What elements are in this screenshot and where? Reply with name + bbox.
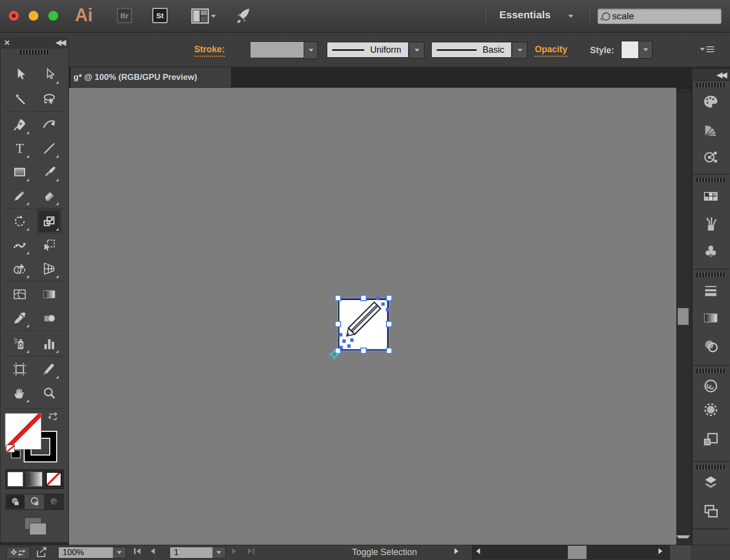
gradient-panel-button[interactable]	[697, 307, 725, 329]
sync-settings-button[interactable]	[6, 547, 30, 559]
artboard-number-field[interactable]: 1	[170, 547, 213, 559]
draw-behind-button[interactable]	[25, 494, 44, 509]
control-panel-menu-button[interactable]	[700, 46, 714, 52]
width-tool-button[interactable]	[8, 234, 31, 256]
layers-panel-button[interactable]	[697, 471, 725, 494]
workspace-switcher-arrow[interactable]	[568, 15, 573, 18]
panel-gripper[interactable]	[20, 50, 49, 55]
draw-inside-button[interactable]	[44, 494, 63, 509]
search-input[interactable]	[610, 11, 730, 22]
change-screen-mode-button[interactable]	[22, 516, 47, 539]
expand-panels-icon[interactable]: ◀◀	[717, 70, 726, 79]
share-export-button[interactable]	[35, 546, 49, 560]
stock-button[interactable]: St	[152, 8, 168, 23]
stroke-weight-dropdown[interactable]	[304, 41, 318, 59]
scroll-right-arrow[interactable]	[659, 548, 662, 554]
color-panel-button[interactable]	[697, 91, 725, 113]
brush-definition-select[interactable]: Basic	[431, 42, 512, 58]
rotate-tool-button[interactable]	[8, 210, 31, 233]
dock-gripper[interactable]	[696, 465, 725, 469]
vertical-scrollbar-thumb[interactable]	[678, 308, 689, 325]
perspective-grid-tool-button[interactable]	[38, 257, 61, 280]
status-bar-menu-button[interactable]	[454, 548, 458, 554]
graphic-style-swatch[interactable]	[621, 41, 639, 59]
draw-normal-button[interactable]	[6, 494, 25, 509]
color-themes-panel-button[interactable]	[697, 146, 725, 169]
arrange-documents-button[interactable]	[191, 8, 209, 26]
scale-tool-button[interactable]	[37, 210, 61, 233]
color-guide-panel-button[interactable]	[697, 118, 725, 141]
slice-tool-button[interactable]	[38, 358, 61, 381]
fill-indicator-swatch[interactable]	[5, 413, 41, 450]
bridge-button[interactable]: Br	[117, 8, 132, 23]
eyedropper-tool-button[interactable]	[8, 307, 31, 329]
artboard-number-dropdown[interactable]	[212, 547, 226, 559]
lasso-tool-button[interactable]	[38, 88, 61, 110]
swap-fill-stroke-button[interactable]	[46, 410, 59, 424]
next-artboard-button[interactable]	[232, 548, 236, 554]
width-profile-dropdown[interactable]	[410, 42, 424, 59]
last-artboard-button[interactable]	[248, 548, 254, 554]
zoom-level-dropdown[interactable]	[113, 547, 126, 559]
color-button[interactable]	[7, 472, 23, 487]
artboards-panel-button[interactable]	[697, 500, 725, 523]
gradient-tool-button[interactable]	[38, 283, 61, 306]
first-artboard-button[interactable]	[134, 548, 140, 554]
column-graph-tool-button[interactable]	[38, 332, 61, 355]
line-segment-tool-button[interactable]	[38, 137, 61, 160]
graphic-style-dropdown[interactable]	[639, 41, 653, 59]
symbol-sprayer-tool-button[interactable]	[8, 332, 31, 355]
curvature-tool-button[interactable]	[38, 113, 61, 136]
dock-gripper[interactable]	[696, 369, 725, 373]
zoom-level-field[interactable]: 100%	[58, 547, 113, 559]
none-button[interactable]	[46, 472, 62, 487]
selected-artwork[interactable]	[315, 286, 404, 365]
pencil-tool-button[interactable]	[8, 184, 31, 207]
mesh-tool-button[interactable]	[8, 283, 31, 306]
brushes-panel-button[interactable]	[697, 213, 725, 236]
share-rocket-button[interactable]	[235, 7, 251, 27]
collapse-panel-icon[interactable]: ◀◀	[56, 38, 65, 47]
asset-export-panel-button[interactable]	[697, 428, 725, 451]
eraser-tool-button[interactable]	[38, 184, 61, 207]
stroke-panel-button[interactable]	[697, 279, 725, 302]
dock-gripper[interactable]	[696, 177, 725, 182]
zoom-window-button[interactable]	[48, 11, 58, 21]
transparency-panel-button[interactable]	[697, 335, 725, 357]
dock-gripper[interactable]	[696, 83, 725, 87]
image-trace-panel-button[interactable]	[697, 398, 725, 421]
swatches-panel-button[interactable]	[697, 185, 725, 208]
close-panel-icon[interactable]: ✕	[4, 39, 10, 46]
horizontal-scrollbar-thumb[interactable]	[568, 546, 587, 559]
hand-tool-button[interactable]	[8, 382, 31, 404]
shape-builder-tool-button[interactable]	[8, 257, 31, 280]
stroke-panel-link[interactable]: Stroke:	[194, 44, 225, 57]
gradient-button[interactable]	[27, 472, 42, 487]
type-tool-button[interactable]: T	[8, 137, 31, 160]
width-profile-select[interactable]: Uniform	[327, 42, 409, 58]
scroll-left-arrow[interactable]	[476, 548, 480, 554]
document-tab[interactable]: g* @ 100% (RGB/GPU Preview)	[70, 67, 232, 87]
free-transform-tool-button[interactable]	[38, 234, 61, 256]
rectangle-tool-button[interactable]	[8, 161, 31, 183]
zoom-tool-button[interactable]	[38, 382, 61, 404]
default-fill-stroke-button[interactable]	[6, 445, 21, 459]
help-search-field[interactable]: ✕	[597, 8, 722, 24]
workspace-switcher[interactable]: Essentials	[499, 9, 551, 21]
dock-gripper[interactable]	[696, 273, 725, 277]
previous-artboard-button[interactable]	[151, 548, 155, 554]
brush-definition-dropdown[interactable]	[513, 42, 527, 59]
blend-tool-button[interactable]	[38, 307, 61, 329]
cc-libraries-panel-button[interactable]	[697, 375, 725, 397]
symbols-panel-button[interactable]: ♣	[697, 241, 725, 263]
selection-tool-button[interactable]	[8, 63, 31, 86]
close-window-button[interactable]	[9, 11, 19, 21]
paintbrush-tool-button[interactable]	[38, 161, 61, 183]
artboard-tool-button[interactable]	[8, 358, 31, 381]
stroke-weight-field[interactable]	[250, 41, 304, 58]
pen-tool-button[interactable]	[8, 113, 31, 136]
arrange-documents-arrow[interactable]	[211, 15, 216, 18]
direct-selection-tool-button[interactable]	[38, 63, 61, 86]
magic-wand-tool-button[interactable]	[8, 88, 31, 110]
minimize-window-button[interactable]	[29, 11, 38, 21]
